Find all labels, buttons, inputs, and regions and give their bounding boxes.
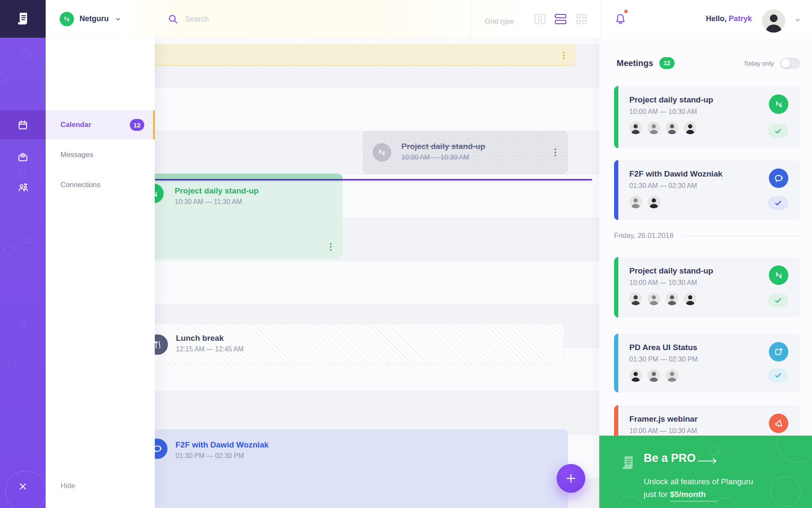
event-menu-icon[interactable]: [330, 243, 332, 251]
sidebar-item-label: Messages: [60, 151, 93, 159]
event-title: F2F with Dawid Wozniak: [176, 440, 269, 450]
notifications-bell-icon[interactable]: [614, 12, 627, 25]
meetings-count-badge: 12: [659, 57, 675, 69]
deco-circle: [20, 320, 26, 326]
netguru-badge-icon: [769, 265, 788, 285]
notification-dot: [624, 10, 628, 13]
attendee-avatars: [629, 196, 660, 208]
attendee-avatars: [629, 293, 697, 305]
meeting-card[interactable]: F2F with Dawid Wozniak 01:30 AM — 02:30 …: [614, 160, 800, 220]
meeting-card[interactable]: PD Area UI Status 01:30 PM — 02:30 PM: [614, 334, 800, 392]
arrow-right-icon[interactable]: [697, 458, 718, 464]
plus-icon: [564, 472, 578, 485]
sidebar-item-label: Calendar: [60, 121, 91, 129]
workspace-switcher[interactable]: Netguru: [60, 9, 122, 28]
attend-check-button[interactable]: [768, 293, 788, 307]
sidebar-item-label: Connections: [60, 181, 101, 189]
event-title: Project daily stand-up: [175, 186, 258, 196]
scroll-logo-icon: [618, 453, 638, 473]
layout-grid-button[interactable]: [576, 14, 587, 24]
avatar: [647, 293, 660, 305]
connections-icon: [16, 181, 29, 193]
meeting-title: PD Area UI Status: [629, 343, 697, 352]
attendee-avatars: [629, 369, 678, 382]
event-menu-icon[interactable]: [563, 52, 565, 59]
sidebar-item-connections[interactable]: Connections: [46, 171, 155, 199]
attend-check-button[interactable]: [768, 368, 788, 382]
app-logo[interactable]: [0, 0, 46, 38]
meeting-time: 10:00 AM — 10:30 AM: [629, 427, 697, 435]
event-time: 10:00 AM — 10:30 AM: [401, 154, 485, 161]
avatar: [647, 121, 660, 134]
event-lunch-break[interactable]: Lunch break 12:15 AM — 12:45 AM: [155, 324, 564, 364]
meeting-time: 01:30 AM — 02:30 AM: [629, 182, 697, 190]
search-input[interactable]: [185, 11, 320, 27]
layout-rows-button[interactable]: [555, 14, 566, 24]
chat-icon: [155, 439, 167, 459]
promo-price-link[interactable]: $5/month: [670, 490, 716, 502]
user-menu[interactable]: Hello, Patryk: [706, 14, 752, 23]
attend-check-button[interactable]: [768, 196, 788, 210]
calendar-icon: [16, 119, 29, 131]
meeting-time: 10:00 AM — 10:30 AM: [629, 108, 697, 116]
scroll-logo-icon: [14, 10, 32, 28]
icon-rail: [0, 38, 46, 508]
grid-type-label: Grid type: [485, 17, 514, 26]
panel-title: Meetings: [617, 58, 653, 68]
add-event-button[interactable]: [557, 464, 585, 493]
layout-columns-button[interactable]: [535, 14, 546, 24]
deco-circle: [618, 496, 643, 508]
event-time: 10:30 AM — 11:30 AM: [175, 198, 258, 206]
export-icon: [769, 342, 788, 362]
meeting-card[interactable]: Project daily stand-up 10:00 AM — 10:30 …: [614, 257, 800, 318]
chevron-down-icon[interactable]: [794, 16, 801, 24]
calendar-grid: Project daily stand-up 10:00 AM — 10:30 …: [155, 38, 599, 508]
workspace-name: Netguru: [80, 14, 109, 23]
meeting-title: Framer.js webinar: [629, 414, 698, 424]
top-bar: Netguru Grid type Hello, Patryk: [46, 0, 812, 38]
check-icon: [774, 296, 783, 305]
meeting-card[interactable]: Project daily stand-up 10:00 AM — 10:30 …: [614, 86, 800, 148]
meeting-time: 01:30 PM — 02:30 PM: [629, 356, 698, 363]
user-avatar[interactable]: [762, 9, 785, 33]
rail-item-calendar[interactable]: [0, 110, 46, 139]
event-past[interactable]: [155, 44, 576, 66]
chevron-down-icon: [114, 15, 122, 23]
event-declined-standup[interactable]: Project daily stand-up 10:00 AM — 10:30 …: [362, 131, 568, 174]
event-menu-icon[interactable]: [554, 149, 556, 156]
deco-circle: [3, 244, 15, 256]
sidebar-item-messages[interactable]: Messages: [46, 141, 155, 169]
calendar-count-badge: 12: [130, 119, 144, 131]
close-sidebar-button[interactable]: [13, 476, 33, 497]
event-time: 01:30 PM — 02:30 PM: [176, 452, 269, 460]
hide-sidebar-button[interactable]: Hide: [46, 472, 155, 500]
sidebar-item-calendar[interactable]: Calendar 12: [46, 110, 155, 139]
close-icon: [17, 481, 28, 492]
event-current-standup[interactable]: Project daily stand-up 10:30 AM — 11:30 …: [155, 174, 343, 259]
meeting-time: 10:00 AM — 10:30 AM: [629, 279, 697, 287]
check-icon: [774, 127, 783, 136]
deco-circle: [709, 446, 719, 456]
promo-price-line: just for $5/month: [644, 490, 717, 499]
promo-subtitle: Unlock all features of Planguru: [644, 477, 753, 486]
chat-icon: [769, 168, 788, 188]
divider: [601, 0, 601, 38]
attendee-avatars: [629, 121, 697, 134]
event-title: Lunch break: [176, 334, 244, 343]
rail-item-connections[interactable]: [0, 173, 46, 202]
divider: [471, 0, 471, 38]
today-only-toggle[interactable]: [780, 58, 800, 69]
attend-check-button[interactable]: [768, 124, 788, 138]
pro-upsell-banner[interactable]: Be a PRO Unlock all features of Planguru…: [599, 436, 812, 508]
rail-item-messages[interactable]: [0, 143, 46, 171]
deco-circle: [714, 497, 736, 508]
event-time: 12:15 AM — 12:45 AM: [176, 345, 244, 353]
netguru-badge-icon: [373, 143, 391, 162]
greeting-prefix: Hello,: [706, 14, 727, 23]
meetings-header: Meetings 12 Today only: [617, 55, 800, 72]
avatar: [684, 293, 697, 305]
sidebar: Calendar 12 Messages Connections Hide: [46, 38, 155, 508]
deco-circle: [777, 436, 812, 463]
event-f2f[interactable]: F2F with Dawid Wozniak 01:30 PM — 02:30 …: [155, 429, 568, 508]
current-time-indicator: [155, 179, 592, 180]
